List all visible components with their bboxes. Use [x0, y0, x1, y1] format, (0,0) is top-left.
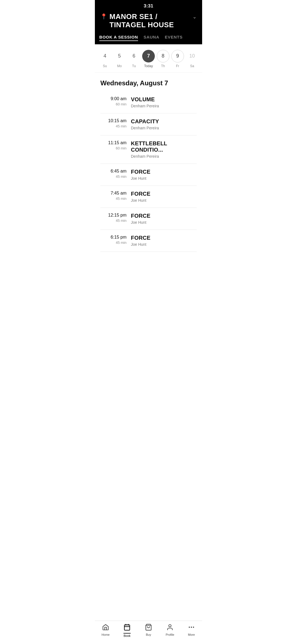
- session-duration: 60 min: [100, 146, 127, 150]
- session-item[interactable]: 10:15 am 45 min CAPACITY Denham Pereira: [100, 113, 197, 135]
- session-time: 6:45 am 45 min: [100, 169, 127, 179]
- session-item[interactable]: 9:00 am 60 min VOLUME Denham Pereira: [100, 91, 197, 113]
- session-time: 10:15 am 45 min: [100, 118, 127, 128]
- session-duration: 45 min: [100, 219, 127, 223]
- session-item[interactable]: 7:45 am 45 min FORCE Joe Hunt: [100, 186, 197, 208]
- session-trainer: Denham Pereira: [131, 104, 197, 108]
- header: 📍 MANOR SE1 / TINTAGEL HOUSE ⌄: [95, 10, 202, 34]
- session-time: 6:15 pm 45 min: [100, 235, 127, 245]
- tab-sauna[interactable]: SAUNA: [144, 34, 159, 41]
- session-time-value: 10:15 am: [100, 118, 127, 123]
- session-item[interactable]: 12:15 pm 45 min FORCE Joe Hunt: [100, 208, 197, 230]
- session-name: FORCE: [131, 169, 197, 175]
- day-label-today: Today: [144, 64, 153, 68]
- session-time: 11:15 am 60 min: [100, 140, 127, 150]
- session-time-value: 11:15 am: [100, 140, 127, 145]
- day-label-sun: Su: [103, 64, 107, 68]
- session-details: FORCE Joe Hunt: [131, 191, 197, 203]
- day-label-mon: Mo: [117, 64, 122, 68]
- session-details: CAPACITY Denham Pereira: [131, 118, 197, 130]
- day-circle-8: 8: [157, 50, 169, 62]
- session-trainer: Denham Pereira: [131, 126, 197, 130]
- day-label-fri: Fr: [176, 64, 179, 68]
- session-details: VOLUME Denham Pereira: [131, 96, 197, 108]
- session-name: FORCE: [131, 213, 197, 219]
- day-item-today[interactable]: 7 Today: [142, 50, 155, 68]
- day-circle-9: 9: [171, 50, 184, 62]
- session-item[interactable]: 11:15 am 60 min KETTLEBELL CONDITIO... D…: [100, 135, 197, 164]
- day-label-sat: Sa: [190, 64, 194, 68]
- session-details: FORCE Joe Hunt: [131, 235, 197, 247]
- session-item[interactable]: 6:15 pm 45 min FORCE Joe Hunt: [100, 230, 197, 252]
- location-name: MANOR SE1 / TINTAGEL HOUSE: [109, 13, 193, 29]
- day-circle-4: 4: [98, 50, 111, 62]
- day-item-sun[interactable]: 4 Su: [98, 50, 111, 68]
- tab-book-session[interactable]: BOOK A SESSION: [99, 34, 138, 41]
- nav-tabs: BOOK A SESSION SAUNA EVENTS: [95, 34, 202, 44]
- session-name: FORCE: [131, 191, 197, 197]
- day-picker: 4 Su 5 Mo 6 Tu 7 Today 8 Th 9 Fr 10 Sa: [95, 44, 202, 73]
- day-label-tue: Tu: [132, 64, 136, 68]
- session-time: 12:15 pm 45 min: [100, 213, 127, 223]
- day-item-thu[interactable]: 8 Th: [157, 50, 169, 68]
- location-pin-icon: 📍: [100, 13, 107, 20]
- day-circle-7: 7: [142, 50, 155, 62]
- session-time: 7:45 am 45 min: [100, 191, 127, 201]
- session-duration: 45 min: [100, 241, 127, 245]
- session-time-value: 6:45 am: [100, 169, 127, 174]
- session-name: CAPACITY: [131, 118, 197, 125]
- date-heading: Wednesday, August 7: [95, 73, 202, 91]
- day-item-fri[interactable]: 9 Fr: [171, 50, 184, 68]
- day-item-sat[interactable]: 10 Sa: [186, 50, 198, 68]
- session-duration: 45 min: [100, 197, 127, 201]
- session-trainer: Joe Hunt: [131, 198, 197, 203]
- status-time: 3:31: [144, 3, 153, 9]
- session-name: FORCE: [131, 235, 197, 241]
- session-trainer: Joe Hunt: [131, 176, 197, 181]
- session-trainer: Denham Pereira: [131, 154, 197, 159]
- session-time-value: 6:15 pm: [100, 235, 127, 240]
- session-duration: 60 min: [100, 102, 127, 106]
- status-bar: 3:31: [95, 0, 202, 10]
- day-circle-5: 5: [113, 50, 126, 62]
- session-duration: 45 min: [100, 174, 127, 179]
- session-details: FORCE Joe Hunt: [131, 169, 197, 181]
- tab-events[interactable]: EVENTS: [165, 34, 183, 41]
- session-time: 9:00 am 60 min: [100, 96, 127, 106]
- session-duration: 45 min: [100, 124, 127, 128]
- session-details: FORCE Joe Hunt: [131, 213, 197, 225]
- session-time-value: 9:00 am: [100, 96, 127, 101]
- day-item-mon[interactable]: 5 Mo: [113, 50, 126, 68]
- session-time-value: 12:15 pm: [100, 213, 127, 218]
- session-trainer: Joe Hunt: [131, 220, 197, 225]
- session-list: 9:00 am 60 min VOLUME Denham Pereira 10:…: [95, 91, 202, 252]
- session-time-value: 7:45 am: [100, 191, 127, 196]
- day-item-tue[interactable]: 6 Tu: [128, 50, 140, 68]
- day-circle-6: 6: [128, 50, 140, 62]
- day-label-thu: Th: [161, 64, 165, 68]
- session-name: KETTLEBELL CONDITIO...: [131, 140, 197, 153]
- chevron-down-icon[interactable]: ⌄: [193, 14, 197, 20]
- session-details: KETTLEBELL CONDITIO... Denham Pereira: [131, 140, 197, 159]
- session-name: VOLUME: [131, 96, 197, 103]
- session-item[interactable]: 6:45 am 45 min FORCE Joe Hunt: [100, 164, 197, 186]
- day-circle-10: 10: [186, 50, 198, 62]
- location-container[interactable]: 📍 MANOR SE1 / TINTAGEL HOUSE: [100, 13, 193, 29]
- session-trainer: Joe Hunt: [131, 242, 197, 247]
